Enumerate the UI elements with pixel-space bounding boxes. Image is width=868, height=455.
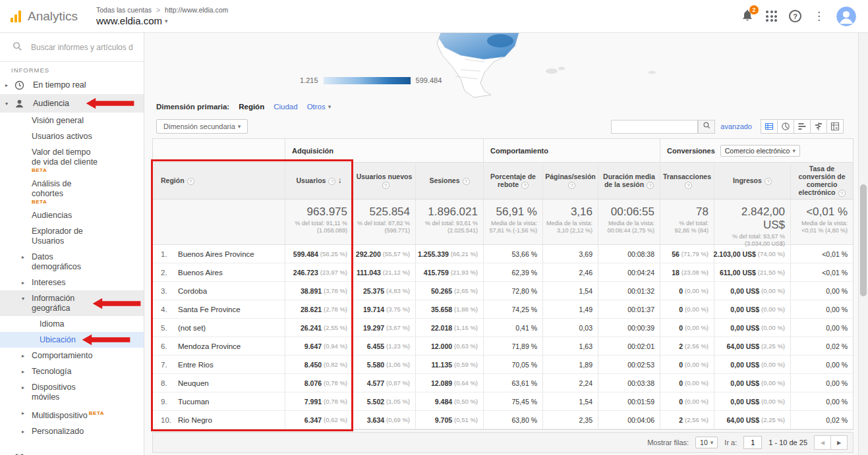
dimension-other[interactable]: Otros ▾ [307,103,332,111]
column-header-pages[interactable]: Páginas/sesión? [542,163,598,199]
help-icon[interactable]: ? [568,182,575,189]
table-search-input[interactable] [611,120,698,134]
sidebar-item-ubicacion[interactable]: Ubicación [0,332,144,348]
legend-min: 1.215 [300,76,318,84]
region-name[interactable]: Tucuman [178,398,210,406]
dimension-city[interactable]: Ciudad [274,103,297,111]
sidebar-search-input[interactable] [31,43,133,52]
analytics-logo-icon[interactable] [11,11,22,22]
region-cell[interactable]: 3.Cordoba [153,282,285,300]
region-cell[interactable]: 2.Buenos Aires [153,263,285,281]
ecommerce-select[interactable]: Comercio electrónico ▾ [720,145,800,157]
region-name[interactable]: Santa Fe Province [178,306,241,313]
column-header-revenue[interactable]: Ingresos? [714,163,790,199]
rows-per-page-select[interactable]: 10 ▾ [695,437,718,448]
help-icon[interactable]: ? [647,182,654,189]
pivot-view-button[interactable] [826,119,844,134]
column-header-duration[interactable]: Duración media de la sesión? [598,163,660,199]
advanced-link[interactable]: avanzado [720,122,752,130]
region-name[interactable]: Rio Negro [178,416,212,424]
column-header-rate[interactable]: Tasa de conversión de comercio electróni… [790,163,853,199]
sidebar-search[interactable] [0,33,144,62]
help-icon[interactable]: ? [521,182,529,189]
help-icon[interactable]: ? [463,178,470,185]
region-name[interactable]: Mendoza Province [178,342,241,350]
summary-empty [153,200,285,244]
help-icon[interactable]: ? [328,178,335,185]
table-search-button[interactable] [698,120,715,134]
more-options-icon[interactable]: ⋮ [813,11,825,22]
sidebar-item-informacion-geografica[interactable]: ▾ Información geográfica [0,290,144,316]
breadcrumb-accounts[interactable]: Todas las cuentas [96,6,152,14]
sidebar-item-personalizado[interactable]: ▸Personalizado [0,423,144,439]
region-name[interactable]: Neuquen [178,379,209,387]
ecommerce-select-value: Comercio electrónico [725,147,790,155]
sidebar-item-audiencias[interactable]: Audiencias [0,207,144,223]
next-page-button[interactable]: ▶ [830,435,848,450]
cell-value: 63,80 % [511,416,537,424]
sidebar-item-explorador-usuarios[interactable]: Explorador de Usuarios [0,223,144,249]
cell-percent: (55,57 %) [383,250,410,257]
new-users-cell: 5.580(1,06 %) [353,356,415,373]
sidebar-item-comportamiento[interactable]: ▸Comportamiento [0,348,144,363]
region-cell[interactable]: 9.Tucuman [153,392,285,410]
region-cell[interactable]: 6.Mendoza Province [153,337,285,355]
column-header-transactions[interactable]: Transacciones? [660,163,714,199]
sidebar-item-atribucion[interactable]: AtribuciónBETA [0,448,144,455]
help-icon[interactable]: ? [187,178,194,185]
sidebar-item-en-tiempo-real[interactable]: ▸ En tiempo real [0,76,144,94]
sidebar-item-valor-tiempo-vida[interactable]: Valor del tiempo de vida del clienteBETA [0,144,144,176]
sidebar-item-tecnologia[interactable]: ▸Tecnología [0,363,144,379]
column-header-users[interactable]: Usuarios?↓ [285,163,353,199]
help-icon[interactable]: ? [838,190,846,197]
sidebar-item-datos-demograficos[interactable]: ▸Datos demográficos [0,249,144,275]
cell-percent: (2,56 %) [685,342,709,350]
table-view-button[interactable] [761,119,778,134]
apps-grid-icon[interactable] [766,11,777,22]
region-name[interactable]: Buenos Aires Province [178,250,254,258]
vertical-scrollbar[interactable] [858,33,868,455]
performance-view-button[interactable] [794,119,811,134]
sidebar-item-vision-general[interactable]: Visión general [0,113,144,128]
sidebar-item-audiencia[interactable]: ▾ Audiencia [0,94,144,113]
region-name[interactable]: Buenos Aires [178,269,223,277]
percent-view-button[interactable] [777,119,794,134]
column-header-bounce[interactable]: Porcentaje de rebote? [483,163,542,199]
column-header-sessions[interactable]: Sesiones? [415,163,483,199]
column-header-new-users[interactable]: Usuarios nuevos? [353,163,415,199]
region-cell[interactable]: 7.Entre Rios [153,356,285,373]
sidebar-item-usuarios-activos[interactable]: Usuarios activos [0,128,144,144]
region-cell[interactable]: 10.Rio Negro [153,411,285,429]
breadcrumb-property[interactable]: http://www.eldia.com [165,6,228,14]
region-name[interactable]: (not set) [178,324,206,332]
sidebar-item-intereses[interactable]: ▸Intereses [0,275,144,290]
geo-map[interactable] [342,33,685,99]
region-cell[interactable]: 4.Santa Fe Province [153,300,285,318]
comparison-view-button[interactable] [810,119,827,134]
notifications-button[interactable]: 2 [741,9,754,24]
region-name[interactable]: Entre Rios [178,361,214,369]
region-cell[interactable]: 1.Buenos Aires Province [153,245,285,263]
sidebar-item-dispositivos-moviles[interactable]: ▸Dispositivos móviles [0,379,144,405]
region-cell[interactable]: 5.(not set) [153,319,285,336]
scrollbar-thumb[interactable] [860,184,867,296]
goto-page-input[interactable] [743,436,762,449]
secondary-dimension-button[interactable]: Dimensión secundaria ▾ [156,119,248,134]
sidebar-item-idioma[interactable]: Idioma [0,316,144,332]
avatar[interactable] [836,7,856,26]
prev-page-button[interactable]: ◀ [814,435,831,450]
help-icon[interactable]: ? [382,182,390,189]
sidebar-item-analisis-cohortes[interactable]: Análisis de cohortesBETA [0,176,144,207]
account-selector[interactable]: www.eldia.com ▾ [96,15,228,26]
help-icon[interactable]: ? [765,178,772,185]
help-icon[interactable]: ? [789,10,801,22]
region-cell[interactable]: 8.Neuquen [153,374,285,392]
help-icon[interactable]: ? [685,182,692,189]
column-header-region[interactable]: Región? [153,163,285,199]
breadcrumb[interactable]: Todas las cuentas > http://www.eldia.com [96,6,228,14]
revenue-cell: 64,00 US$(2,25 %) [714,337,790,355]
sidebar-item-multidispositivo[interactable]: ▸MultidispositivoBETA [0,405,144,423]
rate-cell: 0,02 % [790,337,853,355]
region-name[interactable]: Cordoba [178,287,207,295]
dimension-region[interactable]: Región [239,103,264,111]
